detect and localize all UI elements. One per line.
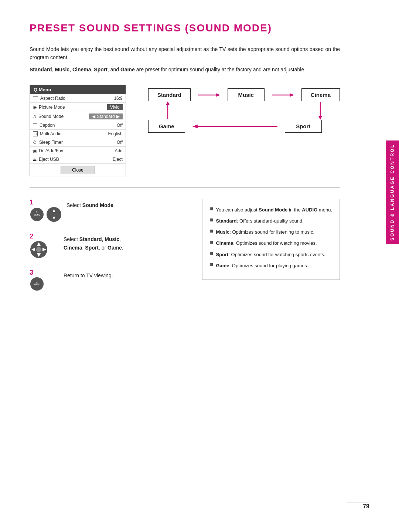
multi-audio-icon: □ (33, 131, 38, 136)
eject-usb-icon: ⏏ (33, 157, 37, 162)
step-1-qmenu-btn: Q. MENU (30, 207, 44, 222)
step-3: 3 Q. MENU Return to TV viewing. (30, 269, 187, 291)
desc-bold-game: Game (120, 67, 135, 72)
svg-marker-9 (192, 125, 198, 128)
step-2-bold5: Game (108, 245, 122, 251)
desc-bold-music: Music (55, 67, 69, 72)
arrow-sport-to-game (192, 123, 277, 130)
qmenu-value-picture: Vivid (107, 104, 123, 110)
step-2-number: 2 (30, 233, 33, 240)
arrow-cinema-to-sport (317, 101, 324, 120)
caption-icon (33, 123, 37, 127)
main-content: PRESET SOUND SETTINGS (SOUND MODE) Sound… (0, 0, 369, 324)
qmenu-label-text-del: Del/Add/Fav (39, 148, 63, 153)
info-item-0: You can also adjust Sound Mode in the AU… (210, 206, 332, 214)
step-2-bold2: Music (105, 236, 119, 242)
step-3-number: 3 (30, 269, 33, 276)
step-1-nav-btn (46, 206, 62, 223)
sidebar-label: Sound & Language Control (386, 140, 399, 244)
right-arrow-icon: ▶ (116, 114, 120, 119)
step-1-number: 1 (30, 199, 33, 206)
qmenu-label-text-eject: Eject USB (39, 157, 59, 162)
qmenu-label-multi: □ Multi Audio (33, 131, 108, 136)
diagram-box-game: Game (148, 120, 185, 133)
qmenu-label-del: ▣ Del/Add/Fav (33, 148, 115, 153)
svg-marker-7 (318, 116, 322, 120)
left-arrow-icon: ◀ (92, 114, 95, 119)
steps-left: 1 Q. MENU (30, 199, 187, 302)
info-bold-audio: AUDIO (302, 207, 317, 213)
info-item-4: Sport: Optimizes sound for watching spor… (210, 251, 332, 259)
svg-text:MENU: MENU (34, 214, 40, 216)
sound-diagram: Standard Music Cinema (148, 88, 340, 133)
qmenu-row-aspect: Aspect Ratio 16:9 (30, 94, 126, 103)
desc-bold-cinema: Cinema (72, 67, 91, 72)
step-1: 1 Q. MENU (30, 199, 187, 223)
cinema-label: Cinema (311, 92, 331, 98)
steps-section: 1 Q. MENU (30, 199, 340, 302)
info-text-4: Sport: Optimizes sound for watching spor… (216, 251, 325, 259)
svg-text:MENU: MENU (34, 283, 40, 285)
diagram-box-sport: Sport (285, 120, 322, 133)
svg-marker-3 (290, 93, 294, 97)
info-text-3: Cinema: Optimizes sound for watching mov… (216, 239, 317, 247)
down-arrow-col (300, 101, 340, 120)
qmenu-label-aspect: Aspect Ratio (33, 96, 114, 101)
qmenu-label-sound: ♫ Sound Mode (33, 114, 89, 119)
step-3-qmenu-btn: Q. MENU (30, 277, 44, 291)
qmenu-value-del: Add (115, 148, 122, 153)
info-item-2: Music: Optimizes sound for listening to … (210, 228, 332, 236)
arrow-game-to-standard (164, 101, 171, 120)
qmenu-row-sleep: ⏱ Sleep Timer Off (30, 138, 126, 147)
step-1-icon-wrap: 1 Q. MENU (30, 199, 62, 223)
qmenu-value-multi: English (108, 131, 122, 136)
diagram-box-cinema: Cinema (301, 88, 340, 101)
picture-mode-icon: ◉ (33, 105, 37, 110)
step-2-bold1: Standard (79, 236, 102, 242)
qmenu-row-multi: □ Multi Audio English (30, 130, 126, 138)
qmenu-label-text-picture: Picture Mode (39, 105, 65, 110)
info-text-0: You can also adjust Sound Mode in the AU… (216, 206, 332, 214)
qmenu-row-eject: ⏏ Eject USB Eject (30, 155, 126, 164)
sound-mode-selected-value: Standard (97, 114, 115, 119)
qmenu-label-sleep: ⏱ Sleep Timer (33, 140, 117, 145)
qmenu-label-text-sound: Sound Mode (38, 114, 64, 119)
qmenu-value-sound: ◀ Standard ▶ (89, 113, 123, 119)
qmenu-value-aspect: 16:9 (114, 96, 122, 101)
qmenu-label-text-caption: Caption (40, 123, 55, 128)
step-2-icon-wrap: 2 (30, 233, 59, 259)
info-bold-standard: Standard (216, 218, 236, 224)
step-2-nav-btn (30, 240, 48, 259)
info-list: You can also adjust Sound Mode in the AU… (210, 206, 332, 270)
bullet-2 (210, 230, 213, 233)
desc-bold-sport: Sport (94, 67, 108, 72)
nav-button-icon (46, 206, 62, 223)
diagram-top-row: Standard Music Cinema (148, 88, 340, 101)
svg-marker-5 (166, 101, 170, 105)
step-2-bold4: Sport (85, 245, 99, 251)
diagram-box-music: Music (228, 88, 265, 101)
step-3-icon-wrap: 3 Q. MENU (30, 269, 59, 291)
bullet-3 (210, 241, 213, 244)
info-bold-music: Music (216, 229, 229, 235)
step-3-text: Return to TV viewing. (64, 269, 113, 279)
bullet-5 (210, 263, 213, 266)
divider (30, 187, 340, 188)
qmenu-small-button-icon: Q. MENU (30, 277, 44, 291)
sleep-timer-icon: ⏱ (33, 140, 37, 145)
qmenu-value-sleep: Off (117, 140, 123, 145)
info-bold-game: Game (216, 263, 229, 268)
qmenu-label-text-sleep: Sleep Timer (39, 140, 63, 145)
qmenu-label-text-aspect: Aspect Ratio (40, 96, 65, 101)
svg-text:Q.: Q. (36, 211, 38, 213)
bullet-4 (210, 252, 213, 255)
description-para2: Standard, Music, Cinema, Sport, and Game… (30, 65, 340, 74)
aspect-ratio-icon (33, 96, 38, 100)
qmenu-label-eject: ⏏ Eject USB (33, 157, 113, 162)
diagram-arrows-row (148, 101, 340, 120)
diagram-box-standard: Standard (148, 88, 191, 101)
qmenu-label-picture: ◉ Picture Mode (33, 105, 107, 110)
info-bold-sound-mode: Sound Mode (259, 207, 287, 213)
page-number: 79 (363, 503, 369, 510)
qmenu-close-button[interactable]: Close (61, 166, 95, 174)
